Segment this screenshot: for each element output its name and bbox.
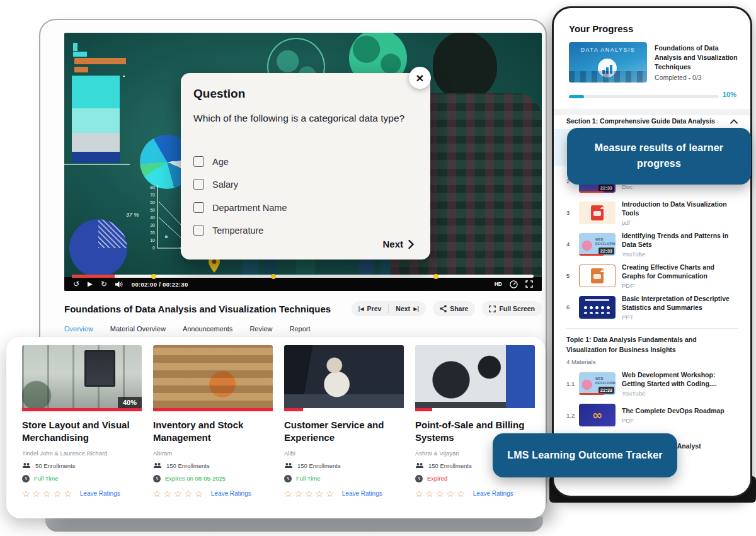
material-title: Introduction to Data Visualization Tools (622, 200, 736, 217)
close-icon[interactable]: × (409, 67, 431, 89)
course-progress-bar (22, 408, 142, 411)
svg-text:0: 0 (152, 246, 155, 250)
thumbnail-skyline (569, 71, 647, 83)
option-age[interactable]: Age (193, 156, 229, 167)
clock-icon (22, 475, 30, 482)
quiz-marker[interactable] (151, 274, 156, 279)
quiz-marker[interactable] (433, 274, 438, 279)
progress-track (569, 95, 719, 98)
schedule-status: Expired (427, 475, 447, 482)
next-question-button[interactable]: Next (382, 239, 414, 249)
progress-badge: 40% (118, 397, 142, 408)
progress-fill (569, 95, 584, 98)
rating-stars[interactable]: ☆☆☆☆☆ (415, 489, 467, 499)
material-item[interactable]: 1.2 ∞ The Complete DevOps Roadmap PDF (566, 399, 738, 431)
material-item[interactable]: 4 WEB DEVELOPMENT 22:33 Identifying Tren… (566, 229, 738, 260)
checkbox[interactable] (193, 179, 204, 190)
material-thumbnail (579, 265, 616, 287)
decor-bar (74, 58, 126, 64)
forward-icon[interactable]: ↻ (101, 280, 107, 288)
play-icon[interactable]: ▶ (88, 281, 93, 287)
material-type: PDF (622, 417, 736, 424)
topic-title: Topic 1: Data Analysis Fundamentals and … (566, 335, 730, 355)
your-progress-title: Your Progress (569, 23, 633, 34)
material-title: The Complete DevOps Roadmap (622, 406, 736, 415)
course-card[interactable]: Customer Service and Experience Alibi 15… (284, 345, 404, 510)
hd-label[interactable]: HD (495, 281, 502, 287)
course-author: Abiram (153, 450, 273, 457)
question-title: Question (193, 87, 245, 101)
course-header: Foundations of Data Analysis and Visuali… (64, 300, 542, 317)
enrollments-icon (415, 462, 424, 469)
course-card-title: Store Layout and Visual Merchandising (22, 419, 142, 445)
prev-button[interactable]: |◀ Prev (352, 301, 389, 316)
section-header[interactable]: Section 1: Comprehensive Guide Data Anal… (566, 117, 738, 127)
material-type: PDF (622, 282, 736, 289)
enrollments-count: 50 Enrollments (35, 462, 75, 469)
option-department-name[interactable]: Department Name (193, 202, 287, 213)
course-progress-bar (153, 408, 273, 411)
next-button[interactable]: Next ▶| (389, 301, 426, 316)
course-thumbnail (284, 345, 404, 408)
material-item[interactable]: 5 Creating Effective Charts and Graphs f… (566, 260, 738, 292)
leave-ratings-link[interactable]: Leave Ratings (473, 490, 513, 497)
material-type: YouTube (622, 390, 736, 397)
fullscreen-button[interactable]: Full Screen (482, 301, 542, 316)
course-card[interactable]: 40% Store Layout and Visual Merchandisin… (22, 345, 142, 510)
svg-text:10: 10 (150, 238, 155, 242)
option-temperature[interactable]: Temperature (193, 225, 263, 236)
chevron-up-icon[interactable] (730, 119, 738, 124)
playback-speed-icon[interactable] (510, 280, 518, 288)
checkbox[interactable] (193, 225, 204, 236)
option-salary[interactable]: Salary (193, 179, 238, 190)
video-player[interactable]: 37 % 807060 504030 20100 (64, 33, 542, 291)
checkbox[interactable] (193, 202, 204, 213)
course-thumbnail (415, 345, 535, 408)
tooltip-measure-progress: Measure results of learner progress (567, 128, 751, 185)
rating-stars[interactable]: ☆☆☆☆☆ (153, 489, 205, 499)
material-item[interactable]: 3 Introduction to Data Visualization Too… (566, 197, 738, 229)
rewind-icon[interactable]: ↺ (73, 280, 79, 288)
material-thumbnail (579, 296, 616, 319)
material-item[interactable]: 6 Basic Interpretation of Descriptive St… (566, 292, 738, 323)
rating-stars[interactable]: ☆☆☆☆☆ (22, 489, 74, 499)
decor-bar (73, 52, 87, 57)
courses-panel: 40% Store Layout and Visual Merchandisin… (6, 337, 546, 518)
presenter-silhouette (433, 33, 497, 100)
course-card-title: Inventory and Stock Management (153, 419, 273, 445)
volume-icon[interactable] (115, 281, 123, 288)
video-seekbar[interactable] (72, 275, 534, 278)
decor-stacked-bar (72, 76, 120, 163)
topic-material-count: 4 Materials (566, 358, 738, 365)
course-title: Foundations of Data Analysis and Visuali… (64, 304, 331, 314)
material-item[interactable]: 1.1 WEB DEVELOPMENT 22:33 Web Developmen… (566, 368, 738, 399)
chevron-right-icon (408, 240, 414, 249)
decor-bar (73, 43, 77, 51)
ppt-file-icon (591, 268, 604, 283)
course-progress-bar (415, 408, 535, 411)
clock-icon (284, 475, 292, 482)
leave-ratings-link[interactable]: Leave Ratings (211, 490, 251, 497)
course-thumbnail: 40% (22, 345, 142, 408)
course-author: Alibi (284, 450, 404, 457)
course-card[interactable]: Point-of-Sale and Billing Systems Ashrai… (415, 345, 535, 510)
fullscreen-icon[interactable] (525, 280, 533, 288)
clock-icon (153, 475, 161, 482)
course-card[interactable]: Inventory and Stock Management Abiram 15… (153, 345, 273, 510)
progress-sidebar: Your Progress DATA ANALYSIS Foundations … (552, 6, 752, 498)
quiz-marker[interactable] (271, 274, 276, 279)
material-thumbnail: WEB DEVELOPMENT 22:33 (579, 233, 616, 256)
enrollments-count: 150 Enrollments (428, 462, 472, 469)
question-modal: × Question Which of the following is a c… (181, 73, 430, 259)
share-button[interactable]: Share (433, 301, 475, 316)
leave-ratings-link[interactable]: Leave Ratings (342, 490, 382, 497)
schedule-status: Expires on 08-05-2025 (165, 475, 226, 482)
section-title: Section 1: Comprehensive Guide Data Anal… (566, 117, 723, 127)
rating-stars[interactable]: ☆☆☆☆☆ (284, 489, 336, 499)
leave-ratings-link[interactable]: Leave Ratings (80, 490, 120, 497)
material-title: Identifying Trends and Patterns in Data … (622, 231, 736, 249)
clock-icon (415, 475, 423, 482)
material-title: Creating Effective Charts and Graphs for… (622, 263, 736, 280)
checkbox[interactable] (193, 156, 204, 167)
question-text: Which of the following is a categorical … (193, 111, 421, 125)
